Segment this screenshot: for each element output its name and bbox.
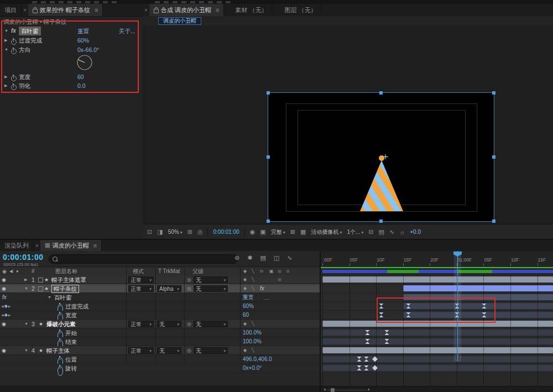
stopwatch-icon[interactable]	[58, 366, 63, 376]
panel-menu-icon[interactable]: ≡	[93, 242, 97, 249]
motion-blur-icon[interactable]: ∿	[287, 254, 292, 262]
track-row[interactable]	[321, 293, 553, 302]
property-value[interactable]: 100.0%	[243, 328, 262, 337]
quality-switch-icon[interactable]: ╲	[252, 284, 254, 293]
selection-handle[interactable]	[492, 219, 495, 223]
reset-link[interactable]: 重置	[77, 27, 89, 35]
zoom-select[interactable]: 50%▾	[168, 229, 182, 235]
col-layer-name[interactable]: 图层名称	[55, 267, 77, 276]
keyframe-icon[interactable]	[379, 304, 384, 309]
col-trkmat[interactable]: T TrkMat	[158, 267, 180, 276]
snapshot-icon[interactable]: ⊡	[147, 228, 152, 236]
selection-handle[interactable]	[379, 91, 383, 95]
selection-handle[interactable]	[267, 91, 270, 95]
layer-name[interactable]: 帽子主体	[46, 346, 70, 355]
track-row[interactable]	[321, 284, 553, 293]
clown-hat-graphic[interactable]	[351, 154, 412, 212]
track-row[interactable]	[321, 364, 553, 373]
time-ruler[interactable]: :00F05F10F15F20F01:00F05F10F15F	[321, 251, 553, 266]
collapse-switch-icon[interactable]: ◆	[243, 275, 247, 284]
reset-link[interactable]: 重置	[243, 293, 254, 302]
pickwhip-icon[interactable]: ◎	[187, 275, 191, 284]
pickwhip-icon[interactable]: ◎	[187, 284, 191, 293]
selection-handle[interactable]	[267, 219, 270, 223]
keyframe-icon[interactable]	[482, 304, 487, 309]
parent-select[interactable]: 无▾	[194, 347, 228, 354]
layer-duration-bar[interactable]	[403, 285, 553, 291]
expander-icon[interactable]: ▶	[4, 81, 7, 90]
flowchart-icon[interactable]: ∿	[389, 228, 394, 236]
mode-select[interactable]: 正常▾	[128, 347, 154, 354]
mode-select[interactable]: 正常▾	[128, 276, 154, 283]
expander-icon[interactable]: ▼	[24, 284, 28, 293]
layer-row[interactable]: ◉ ▶ 1 ★ 帽子主体遮罩 正常▾ ◎ 无▾ ◆ ╲ ◎	[0, 275, 320, 284]
timeline-search[interactable]	[49, 254, 238, 264]
keyframe-icon[interactable]	[406, 304, 411, 309]
layer-row[interactable]: ◉ ▼ 4 ★ 帽子主体 正常▾ 无▾ ◎ 无▾ ◆ ╲	[0, 346, 320, 355]
resolution-select[interactable]: 完整▾	[271, 228, 285, 236]
timeline-zoom-slider[interactable]: ▲ ▲	[323, 389, 371, 391]
close-icon[interactable]: ×	[143, 4, 149, 16]
property-value[interactable]: 0x+0.0°	[243, 364, 262, 373]
tab-layer[interactable]: 图层 （无）	[280, 4, 321, 16]
keyframe-icon[interactable]	[385, 339, 390, 344]
work-area-segment[interactable]	[458, 270, 492, 273]
keyframe-icon[interactable]	[357, 357, 362, 362]
video-toggle-icon[interactable]: ◉	[2, 284, 6, 293]
collapse-switch-icon[interactable]: ◆	[243, 284, 247, 293]
property-value[interactable]: 100.0%	[243, 337, 262, 346]
stopwatch-icon[interactable]	[11, 39, 17, 45]
keyframe-icon[interactable]	[482, 312, 487, 317]
comp-viewer[interactable]	[143, 26, 553, 224]
grid-options-icon[interactable]: ⊞	[187, 228, 192, 236]
track-row[interactable]	[321, 320, 553, 328]
expander-icon[interactable]: ▼	[4, 27, 8, 35]
property-name[interactable]: 位置	[65, 355, 77, 364]
comp-navigator-button[interactable]: 调皮的小丑帽	[158, 17, 201, 25]
property-value[interactable]: 60	[243, 311, 249, 320]
view-count-select[interactable]: 1个...▾	[347, 228, 363, 236]
keyframe-icon[interactable]	[406, 312, 411, 317]
property-row[interactable]: 开始 100.0%	[0, 328, 320, 337]
track-row[interactable]	[321, 346, 553, 355]
parent-select[interactable]: 无▾	[194, 285, 228, 292]
property-name[interactable]: 过渡完成	[65, 302, 88, 311]
close-icon[interactable]: ×	[34, 240, 40, 251]
expander-icon[interactable]: ▶	[4, 36, 7, 45]
preview-time[interactable]: 0:00:01:00	[213, 229, 239, 235]
keyframe-nav[interactable]: ◀◆▶	[1, 302, 11, 311]
zoom-out-icon[interactable]: ▲	[323, 387, 327, 391]
quality-switch-icon[interactable]: ╲	[252, 320, 254, 328]
layer-duration-bar[interactable]	[322, 347, 553, 353]
effect-group-row[interactable]: fx ▼ 百叶窗 重置 ....	[0, 293, 320, 302]
expander-icon[interactable]: ▼	[24, 320, 28, 328]
video-toggle-icon[interactable]: ◉	[2, 346, 6, 355]
selection-handle[interactable]	[379, 219, 383, 223]
tracks-area[interactable]	[321, 275, 553, 373]
pickwhip-icon[interactable]: ◎	[187, 320, 191, 328]
zoom-in-icon[interactable]: ▲	[367, 387, 371, 391]
channels-icon[interactable]: ▣	[260, 228, 265, 236]
panel-menu-icon[interactable]: ≡	[95, 7, 98, 13]
layer-color-chip[interactable]	[38, 286, 43, 291]
track-row[interactable]	[321, 328, 553, 337]
transparency-grid-icon[interactable]: ▦	[300, 228, 306, 236]
property-name[interactable]: 结束	[65, 337, 77, 346]
video-toggle-icon[interactable]: ◉	[2, 320, 6, 328]
property-name[interactable]: 宽度	[65, 311, 77, 320]
direction-dial[interactable]	[76, 54, 93, 71]
quality-switch-icon[interactable]: ╲	[252, 346, 254, 355]
tab-render-queue[interactable]: 渲染队列	[0, 240, 34, 251]
work-area-segment[interactable]	[387, 270, 419, 273]
tab-footage[interactable]: 素材 （无）	[231, 4, 272, 16]
layer-name[interactable]: 帽子主体遮罩	[51, 275, 86, 284]
selection-handle[interactable]	[267, 155, 270, 159]
tab-project[interactable]: 项目	[0, 4, 22, 16]
zoom-knob[interactable]	[331, 388, 335, 392]
track-row[interactable]	[321, 311, 553, 320]
tab-composition[interactable]: 合成 调皮的小丑帽 ≡	[149, 4, 224, 16]
selection-handle[interactable]	[492, 155, 495, 159]
collapse-switch-icon[interactable]: ◆	[243, 346, 247, 355]
motion-blur-switch-icon[interactable]: ◎	[278, 275, 281, 284]
property-value[interactable]: 0.0	[77, 81, 86, 90]
